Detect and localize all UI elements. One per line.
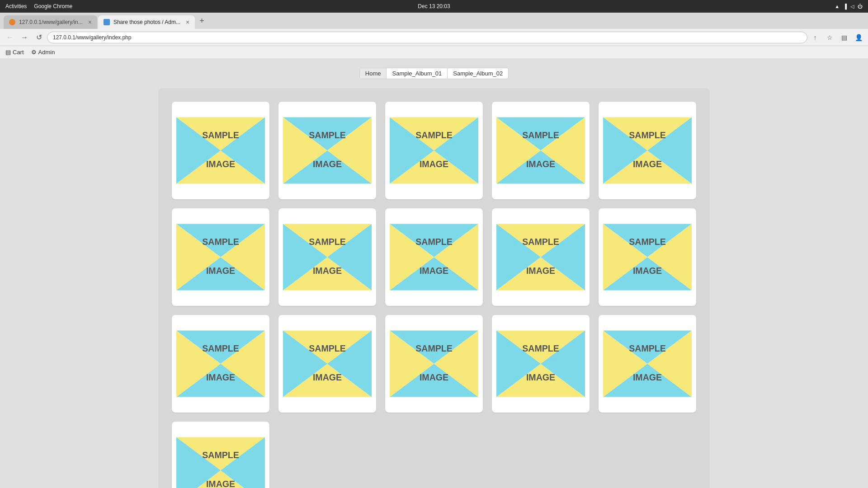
breadcrumb-album2[interactable]: Sample_Album_02 bbox=[448, 68, 508, 79]
share-icon[interactable]: ↑ bbox=[809, 32, 821, 43]
svg-text:SAMPLE: SAMPLE bbox=[629, 343, 666, 353]
svg-text:SAMPLE: SAMPLE bbox=[629, 237, 666, 247]
svg-text:IMAGE: IMAGE bbox=[313, 159, 342, 169]
tab1-label: 127.0.0.1/www/gallery/in... bbox=[19, 19, 83, 25]
tab1-favicon bbox=[9, 19, 15, 25]
sample-image-14: SAMPLE IMAGE bbox=[496, 319, 585, 408]
sample-image-5: SAMPLE IMAGE bbox=[603, 106, 692, 195]
gallery-item-9[interactable]: SAMPLE IMAGE bbox=[492, 208, 590, 306]
gallery-item-6[interactable]: SAMPLE IMAGE bbox=[172, 208, 269, 306]
admin-icon: ⚙ bbox=[31, 49, 37, 56]
sample-image-1: SAMPLE IMAGE bbox=[176, 106, 265, 195]
sample-image-11: SAMPLE IMAGE bbox=[176, 319, 265, 408]
gallery-grid: SAMPLE IMAGE SAMPLE IMAGE bbox=[172, 102, 696, 488]
gallery-item-1[interactable]: SAMPLE IMAGE bbox=[172, 102, 269, 199]
svg-text:SAMPLE: SAMPLE bbox=[202, 343, 239, 353]
forward-button[interactable]: → bbox=[18, 31, 31, 44]
svg-text:SAMPLE: SAMPLE bbox=[202, 130, 239, 140]
gallery-item-16[interactable]: SAMPLE IMAGE bbox=[172, 422, 269, 488]
tab-bar: 127.0.0.1/www/gallery/in... × Share thos… bbox=[0, 13, 868, 29]
admin-item[interactable]: ⚙ Admin bbox=[31, 49, 55, 56]
gallery-item-2[interactable]: SAMPLE IMAGE bbox=[278, 102, 376, 199]
svg-text:SAMPLE: SAMPLE bbox=[309, 130, 346, 140]
svg-text:SAMPLE: SAMPLE bbox=[309, 237, 346, 247]
svg-text:SAMPLE: SAMPLE bbox=[202, 450, 239, 460]
gallery-item-5[interactable]: SAMPLE IMAGE bbox=[599, 102, 696, 199]
url-bar[interactable] bbox=[47, 32, 807, 43]
wifi-icon: ▲ bbox=[835, 4, 840, 9]
page-content: Home Sample_Album_01 Sample_Album_02 SAM… bbox=[0, 59, 868, 488]
svg-text:SAMPLE: SAMPLE bbox=[415, 237, 453, 247]
sample-image-2: SAMPLE IMAGE bbox=[283, 106, 372, 195]
tab2-label: Share those photos / Adm... bbox=[113, 19, 180, 25]
volume-icon: ◁ bbox=[850, 4, 854, 9]
svg-text:SAMPLE: SAMPLE bbox=[415, 130, 453, 140]
tab-2[interactable]: Share those photos / Adm... × bbox=[98, 15, 195, 29]
gallery-item-11[interactable]: SAMPLE IMAGE bbox=[172, 315, 269, 413]
tab-1[interactable]: 127.0.0.1/www/gallery/in... × bbox=[4, 15, 97, 29]
gallery-item-8[interactable]: SAMPLE IMAGE bbox=[385, 208, 483, 306]
breadcrumb-album1[interactable]: Sample_Album_01 bbox=[387, 68, 448, 79]
sample-image-3: SAMPLE IMAGE bbox=[390, 106, 478, 195]
gallery-item-4[interactable]: SAMPLE IMAGE bbox=[492, 102, 590, 199]
gallery-item-14[interactable]: SAMPLE IMAGE bbox=[492, 315, 590, 413]
svg-text:IMAGE: IMAGE bbox=[526, 159, 555, 169]
back-button[interactable]: ← bbox=[4, 31, 16, 44]
svg-text:IMAGE: IMAGE bbox=[633, 266, 662, 276]
gallery-item-7[interactable]: SAMPLE IMAGE bbox=[278, 208, 376, 306]
sample-image-15: SAMPLE IMAGE bbox=[603, 319, 692, 408]
sample-image-8: SAMPLE IMAGE bbox=[390, 213, 478, 301]
svg-text:IMAGE: IMAGE bbox=[526, 372, 555, 382]
cart-label: Cart bbox=[13, 49, 24, 56]
sample-image-7: SAMPLE IMAGE bbox=[283, 213, 372, 301]
svg-text:SAMPLE: SAMPLE bbox=[522, 237, 559, 247]
sample-image-6: SAMPLE IMAGE bbox=[176, 213, 265, 301]
browser-frame: 127.0.0.1/www/gallery/in... × Share thos… bbox=[0, 13, 868, 59]
gallery-item-10[interactable]: SAMPLE IMAGE bbox=[599, 208, 696, 306]
sidebar-icon[interactable]: ▤ bbox=[838, 32, 850, 43]
svg-text:IMAGE: IMAGE bbox=[313, 372, 342, 382]
svg-text:IMAGE: IMAGE bbox=[420, 266, 448, 276]
signal-icon: ▐ bbox=[843, 4, 847, 9]
svg-text:SAMPLE: SAMPLE bbox=[309, 343, 346, 353]
reload-button[interactable]: ↺ bbox=[33, 31, 45, 44]
datetime-display: Dec 13 20:03 bbox=[418, 3, 450, 9]
os-taskbar: Activities Google Chrome Dec 13 20:03 ▲ … bbox=[0, 0, 868, 13]
active-app-label: Google Chrome bbox=[34, 3, 72, 9]
sample-image-13: SAMPLE IMAGE bbox=[390, 319, 478, 408]
sample-image-10: SAMPLE IMAGE bbox=[603, 213, 692, 301]
svg-text:SAMPLE: SAMPLE bbox=[522, 130, 559, 140]
new-tab-button[interactable]: + bbox=[196, 14, 208, 28]
svg-text:IMAGE: IMAGE bbox=[420, 159, 448, 169]
tab2-close[interactable]: × bbox=[186, 19, 189, 26]
svg-text:SAMPLE: SAMPLE bbox=[202, 237, 239, 247]
svg-text:IMAGE: IMAGE bbox=[526, 266, 555, 276]
sample-image-12: SAMPLE IMAGE bbox=[283, 319, 372, 408]
svg-text:IMAGE: IMAGE bbox=[420, 372, 448, 382]
gallery-item-3[interactable]: SAMPLE IMAGE bbox=[385, 102, 483, 199]
svg-text:SAMPLE: SAMPLE bbox=[522, 343, 559, 353]
svg-text:IMAGE: IMAGE bbox=[206, 372, 235, 382]
sample-image-16: SAMPLE IMAGE bbox=[176, 426, 265, 488]
gallery-container: SAMPLE IMAGE SAMPLE IMAGE bbox=[158, 88, 710, 488]
profile-icon[interactable]: 👤 bbox=[853, 32, 864, 43]
svg-text:IMAGE: IMAGE bbox=[206, 159, 235, 169]
app-bar: ▤ Cart ⚙ Admin bbox=[0, 46, 868, 59]
sample-image-9: SAMPLE IMAGE bbox=[496, 213, 585, 301]
gallery-item-15[interactable]: SAMPLE IMAGE bbox=[599, 315, 696, 413]
svg-text:SAMPLE: SAMPLE bbox=[629, 130, 666, 140]
cart-item[interactable]: ▤ Cart bbox=[5, 49, 24, 56]
breadcrumb: Home Sample_Album_01 Sample_Album_02 bbox=[359, 68, 509, 79]
gallery-item-13[interactable]: SAMPLE IMAGE bbox=[385, 315, 483, 413]
svg-text:SAMPLE: SAMPLE bbox=[415, 343, 453, 353]
breadcrumb-bar: Home Sample_Album_01 Sample_Album_02 bbox=[9, 68, 859, 79]
activities-button[interactable]: Activities bbox=[5, 3, 27, 9]
tab1-close[interactable]: × bbox=[88, 19, 92, 26]
breadcrumb-home[interactable]: Home bbox=[360, 68, 387, 79]
nav-icons: ↑ ☆ ▤ 👤 bbox=[809, 32, 864, 43]
svg-text:IMAGE: IMAGE bbox=[633, 372, 662, 382]
svg-text:IMAGE: IMAGE bbox=[313, 266, 342, 276]
bookmark-icon[interactable]: ☆ bbox=[824, 32, 835, 43]
gallery-item-12[interactable]: SAMPLE IMAGE bbox=[278, 315, 376, 413]
svg-text:IMAGE: IMAGE bbox=[206, 479, 235, 488]
